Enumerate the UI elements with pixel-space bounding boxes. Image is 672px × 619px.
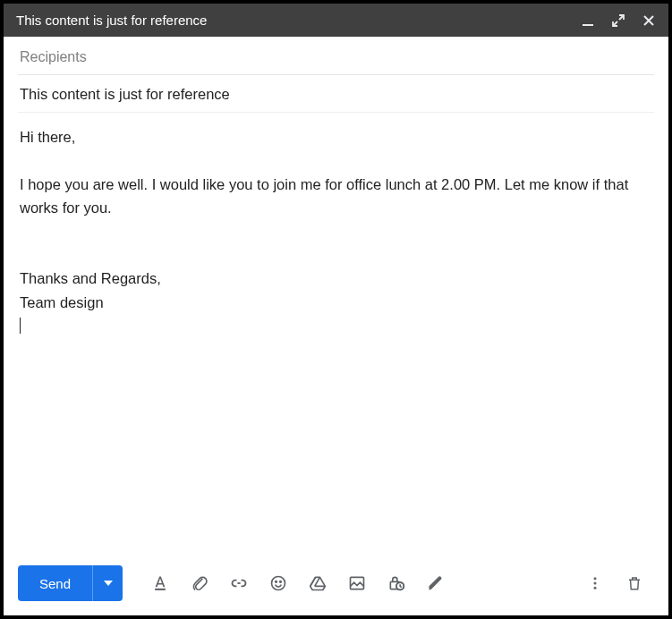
attach-file-button[interactable] — [180, 565, 219, 601]
insert-signature-button[interactable] — [416, 565, 455, 601]
body-greeting: Hi there, — [20, 129, 75, 145]
compose-body-container: Recipients This content is just for refe… — [4, 37, 668, 553]
footer-right-controls — [575, 565, 654, 601]
attachment-icon — [191, 574, 208, 592]
insert-photo-button[interactable] — [337, 565, 377, 601]
recipients-field[interactable]: Recipients — [18, 37, 654, 75]
send-more-button[interactable] — [92, 565, 123, 601]
svg-point-11 — [594, 587, 597, 589]
compose-header: This content is just for reference — [4, 4, 668, 37]
window-controls — [581, 13, 656, 28]
email-body-editor[interactable]: Hi there, I hope you are well. I would l… — [18, 113, 654, 553]
body-signature1: Thanks and Regards, — [20, 270, 161, 286]
send-button-group: Send — [18, 565, 123, 601]
confidential-mode-button[interactable] — [377, 565, 416, 601]
drive-icon — [309, 574, 327, 592]
emoji-icon — [269, 574, 287, 592]
insert-drive-button[interactable] — [298, 565, 337, 601]
more-vert-icon — [587, 575, 603, 591]
link-icon — [230, 574, 248, 592]
svg-point-10 — [594, 582, 597, 585]
text-cursor — [20, 318, 21, 334]
pen-icon — [427, 574, 445, 592]
body-main: I hope you are well. I would like you to… — [20, 176, 633, 216]
minimize-icon[interactable] — [581, 13, 595, 28]
svg-rect-0 — [583, 24, 593, 26]
image-icon — [348, 574, 366, 592]
close-icon[interactable] — [642, 13, 656, 28]
svg-point-3 — [276, 581, 277, 583]
svg-point-2 — [272, 577, 285, 590]
lock-clock-icon — [387, 574, 405, 592]
send-button[interactable]: Send — [18, 565, 92, 601]
compose-title: This content is just for reference — [16, 13, 581, 28]
chevron-down-icon — [104, 581, 113, 586]
formatting-toolbar — [140, 565, 455, 601]
body-signature2: Team design — [20, 294, 104, 310]
insert-link-button[interactable] — [219, 565, 259, 601]
insert-emoji-button[interactable] — [259, 565, 298, 601]
subject-field[interactable]: This content is just for reference — [18, 75, 654, 113]
more-options-button[interactable] — [575, 565, 615, 601]
expand-icon[interactable] — [611, 13, 625, 28]
svg-point-4 — [280, 581, 282, 583]
svg-point-9 — [594, 577, 597, 580]
text-format-icon — [151, 574, 169, 592]
svg-rect-1 — [155, 589, 166, 590]
compose-footer: Send — [4, 553, 668, 615]
discard-draft-button[interactable] — [615, 565, 654, 601]
formatting-options-button[interactable] — [140, 565, 180, 601]
trash-icon — [626, 575, 642, 591]
